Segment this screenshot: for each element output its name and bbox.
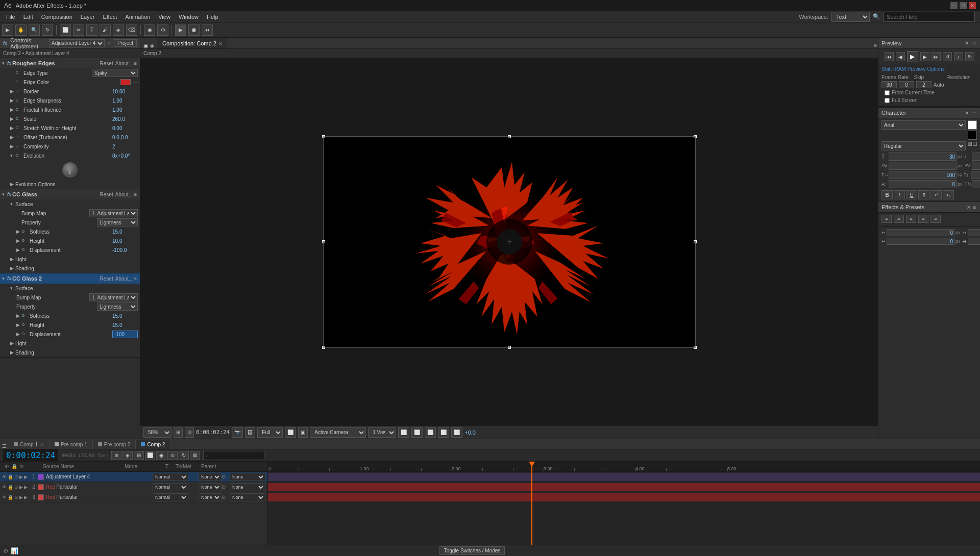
layer-2-parent[interactable]: None [230, 483, 265, 491]
font-style-select[interactable]: Regular Bold Italic [881, 141, 966, 150]
layer-3-solo[interactable]: ⊙ [14, 495, 18, 500]
indent-right-input[interactable] [968, 229, 980, 236]
cc-glass-2-softness-expand[interactable]: ▶ [16, 313, 21, 318]
roughen-edges-menu[interactable]: ≡ [133, 61, 138, 66]
cc-glass-softness-value[interactable]: 15.0 [112, 229, 138, 235]
roughen-edges-expand[interactable]: ▾ [2, 61, 7, 66]
search-input[interactable] [883, 12, 975, 22]
character-close[interactable]: ✕ [964, 110, 970, 116]
from-current-label[interactable]: From Current Time [892, 90, 935, 95]
menu-animation[interactable]: Animation [121, 13, 154, 21]
tool-roto[interactable]: ◉ [144, 24, 155, 36]
composition-viewport[interactable] [140, 58, 878, 425]
comp-tab-comp2[interactable]: Composition: Comp 2 ✕ [157, 38, 228, 48]
layer-2-trk[interactable]: None [199, 483, 222, 491]
indent-left-input[interactable] [887, 229, 954, 236]
cc-glass-2-height-expand[interactable]: ▶ [16, 322, 21, 327]
tool-zoom[interactable]: 🔍 [29, 24, 40, 36]
comp-render-btn[interactable]: ⬜ [398, 427, 409, 438]
close-button[interactable]: ✕ [969, 2, 976, 9]
complexity-value[interactable]: 2 [112, 144, 138, 149]
kerning-input[interactable] [889, 162, 957, 170]
full-screen-label[interactable]: Full Screen [892, 97, 918, 103]
canvas-handle-tc[interactable] [508, 135, 511, 138]
tl-btn-8[interactable]: ⊠ [190, 451, 200, 460]
evolution-expand[interactable]: ▾ [10, 153, 15, 158]
preview-audio[interactable]: ♪ [954, 52, 963, 61]
cc-glass-2-surface-expand[interactable]: ▾ [10, 286, 15, 291]
preview-play[interactable]: ▶ [907, 51, 918, 62]
rotation-input[interactable] [972, 180, 980, 188]
softness-expand[interactable]: ▶ [16, 229, 21, 234]
align-right-btn[interactable]: ≡ [906, 215, 916, 223]
layer-2-vis[interactable]: 👁 [2, 485, 7, 490]
layer-3-mode[interactable]: Normal [153, 493, 188, 501]
tool-select[interactable]: ▶ [2, 24, 13, 36]
font-select[interactable]: Arial Helvetica [881, 120, 966, 130]
maximize-button[interactable]: □ [960, 2, 967, 9]
tl-btn-1[interactable]: ⊛ [111, 451, 121, 460]
canvas-handle-br[interactable] [694, 346, 697, 349]
cc-glass-2-shading-expand[interactable]: ▶ [10, 350, 15, 355]
zoom-select[interactable]: 50% 100% 25% [143, 427, 172, 438]
cc-glass-reset[interactable]: Reset [100, 192, 113, 197]
layer-3-parent[interactable]: None [230, 493, 265, 501]
layer-1-solo[interactable]: ⊙ [14, 474, 18, 479]
layer-1-parent[interactable]: None [230, 473, 265, 481]
layer-1-vis[interactable]: 👁 [2, 474, 7, 479]
align-left-btn[interactable]: ≡ [881, 215, 892, 223]
from-current-checkbox[interactable] [885, 90, 890, 95]
fractal-influence-expand[interactable]: ▶ [10, 107, 15, 112]
tool-pen[interactable]: ✏ [73, 24, 84, 36]
cc-glass-2-displacement-value[interactable]: -100 [112, 331, 138, 338]
canvas-handle-mr[interactable] [694, 240, 697, 243]
complexity-expand[interactable]: ▶ [10, 144, 15, 149]
tool-stop[interactable]: ⏹ [188, 24, 200, 36]
scale-value[interactable]: 260.0 [112, 116, 138, 122]
toggle-switches-modes-btn[interactable]: Toggle Switches / Modes [439, 546, 505, 555]
full-screen-checkbox[interactable] [885, 98, 890, 103]
menu-composition[interactable]: Composition [37, 13, 77, 21]
edge-color-swatch[interactable] [120, 79, 131, 85]
border-expand[interactable]: ▶ [10, 89, 15, 94]
cc-glass-2-displacement-expand[interactable]: ▶ [16, 332, 21, 337]
roughen-edges-header[interactable]: ▾ fx Roughen Edges Reset About... ≡ [0, 58, 140, 68]
timeline-graph-icon[interactable]: 📊 [11, 547, 18, 554]
layer-row-1[interactable]: 👁 🔒 ⊙ ▶ ▶ 1 Adjustment Layer 4 Normal No… [0, 472, 267, 482]
layer-3-trk[interactable]: None [199, 493, 222, 501]
comp-3d-btn[interactable]: ⬜ [411, 427, 423, 438]
strikethrough-button[interactable]: S̶ [918, 190, 929, 199]
cc-glass-2-softness-value[interactable]: 15.0 [112, 313, 138, 319]
tab-precomp1[interactable]: Pre-comp 1 [50, 440, 93, 449]
edge-sharpness-expand[interactable]: ▶ [10, 98, 15, 103]
cc-glass-menu[interactable]: ≡ [133, 192, 138, 197]
cc-glass-2-about[interactable]: About... [115, 276, 133, 282]
layer-select[interactable]: Adjustment Layer 4 [49, 39, 105, 47]
tool-text[interactable]: T [86, 24, 97, 36]
layer-1-mode[interactable]: Normal [153, 473, 188, 481]
tool-puppet[interactable]: ⚙ [157, 24, 168, 36]
roughen-edges-reset[interactable]: Reset [100, 61, 113, 66]
swatch-2[interactable] [973, 142, 977, 146]
resolution-select[interactable]: Full Half Third [257, 427, 283, 438]
comp-region-btn[interactable]: ⬜ [285, 427, 296, 438]
cc-glass-surface-expand[interactable]: ▾ [10, 201, 15, 207]
border-value[interactable]: 10.00 [112, 89, 138, 94]
stretch-expand[interactable]: ▶ [10, 125, 15, 131]
layer-2-mode[interactable]: Normal [153, 483, 188, 491]
menu-edit[interactable]: Edit [19, 13, 37, 21]
indent-br-input[interactable] [968, 238, 980, 245]
cc-glass-2-bump-select[interactable]: 1. Adjustment Layer 4 [89, 293, 138, 301]
scale-expand[interactable]: ▶ [10, 116, 15, 121]
tl-btn-5[interactable]: ◉ [156, 451, 166, 460]
stretch-value[interactable]: 0.00 [112, 125, 138, 131]
cc-glass-height-value[interactable]: 10.0 [112, 238, 138, 244]
fractal-influence-value[interactable]: 1.00 [112, 107, 138, 113]
indent-bl-input[interactable] [887, 238, 954, 245]
tl-btn-7[interactable]: ↻ [179, 451, 189, 460]
cc-glass-header[interactable]: ▾ fx CC Glass Reset About... ≡ [0, 189, 140, 199]
font-size-input[interactable] [889, 153, 957, 161]
cc-glass-2-header[interactable]: ▾ fx CC Glass 2 Reset About... ≡ [0, 273, 140, 284]
shading-expand[interactable]: ▶ [10, 266, 15, 271]
superscript-button[interactable]: T² [930, 190, 942, 199]
